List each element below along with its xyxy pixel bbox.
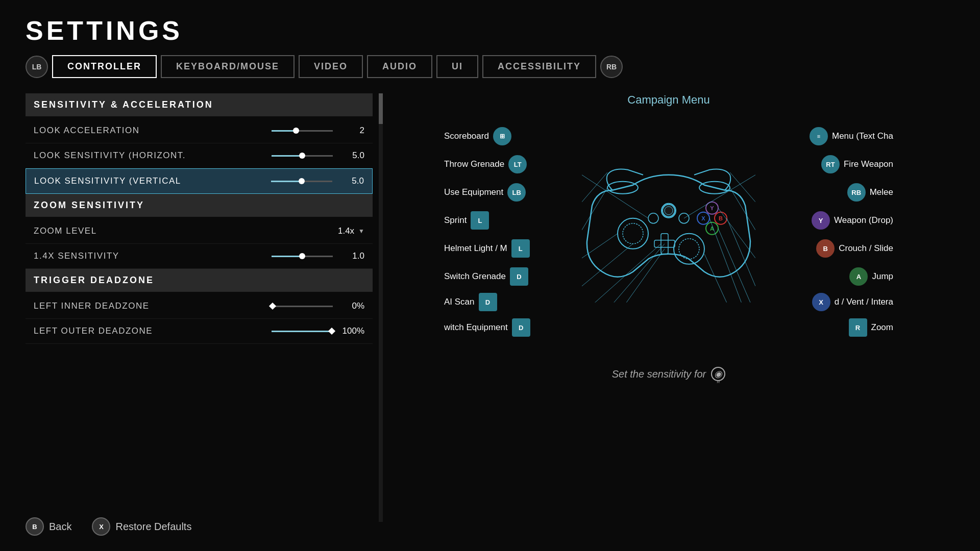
label-text-ai-scan: AI Scan xyxy=(444,297,475,307)
scrollbar-thumb[interactable] xyxy=(379,93,383,124)
slider-look-accel[interactable]: 2 xyxy=(272,126,364,136)
label-text-zoom: Zoom xyxy=(871,322,893,333)
slider-track-left-inner xyxy=(272,306,333,307)
label-text-switch-equipment: witch Equipment xyxy=(444,322,508,333)
slider-left-inner[interactable]: 0% xyxy=(272,301,364,311)
svg-line-25 xyxy=(582,244,633,286)
slider-value-14x: 1.0 xyxy=(339,251,364,261)
label-text-use-equipment: Use Equipment xyxy=(444,187,503,197)
left-bumper[interactable]: LB xyxy=(26,56,48,78)
slider-fill-look-accel xyxy=(272,130,296,132)
setting-14x-sensitivity[interactable]: 1.4X SENSITIVITY 1.0 xyxy=(26,244,373,269)
section-header-sensitivity: SENSITIVITY & ACCELERATION xyxy=(26,93,373,116)
tab-audio[interactable]: AUDIO xyxy=(367,55,432,78)
right-stick-icon: ◉ R xyxy=(711,367,725,381)
content-area: SENSITIVITY & ACCELERATION LOOK ACCELERA… xyxy=(26,93,954,522)
slider-thumb-left-outer[interactable] xyxy=(328,328,335,335)
left-panel: SENSITIVITY & ACCELERATION LOOK ACCELERA… xyxy=(26,93,383,522)
slider-left-outer[interactable]: 100% xyxy=(272,326,364,336)
slider-track-14x xyxy=(272,256,333,257)
slider-value-look-v: 5.0 xyxy=(338,176,364,186)
badge-lt: LT xyxy=(508,155,527,173)
slider-thumb-look-accel[interactable] xyxy=(293,128,299,134)
label-text-scoreboard: Scoreboard xyxy=(444,131,489,141)
badge-lb: LB xyxy=(507,183,526,202)
label-zoom: R Zoom xyxy=(849,318,893,337)
settings-list: SENSITIVITY & ACCELERATION LOOK ACCELERA… xyxy=(26,93,383,344)
slider-look-v[interactable]: 5.0 xyxy=(271,176,364,186)
label-throw-grenade: Throw Grenade LT xyxy=(444,155,527,173)
controller-svg-container: Y B A X xyxy=(582,160,755,305)
slider-thumb-look-v[interactable] xyxy=(299,178,305,184)
controller-svg: Y B A X xyxy=(582,160,755,303)
dropdown-arrow-zoom: ▼ xyxy=(358,228,364,235)
label-fire-weapon: RT Fire Weapon xyxy=(821,155,893,173)
label-text-throw-grenade: Throw Grenade xyxy=(444,159,504,169)
svg-point-2 xyxy=(618,218,648,249)
controller-diagram: Scoreboard ⊞ Throw Grenade LT Use Equipm… xyxy=(439,117,898,362)
tab-keyboard-mouse[interactable]: KEYBOARD/MOUSE xyxy=(161,55,295,78)
label-text-sprint: Sprint xyxy=(444,215,467,226)
setting-look-h[interactable]: LOOK SENSITIVITY (HORIZONT. 5.0 xyxy=(26,143,373,168)
right-bumper[interactable]: RB xyxy=(600,56,623,78)
back-button-group[interactable]: B Back xyxy=(26,517,71,536)
setting-look-v[interactable]: LOOK SENSITIVITY (VERTICAL 5.0 xyxy=(26,168,373,194)
section-header-zoom: ZOOM SENSITIVITY xyxy=(26,194,373,217)
badge-y: Y xyxy=(812,211,830,230)
setting-label-look-h: LOOK SENSITIVITY (HORIZONT. xyxy=(34,151,272,161)
tab-controller[interactable]: CONTROLLER xyxy=(52,55,157,78)
restore-defaults-button-group[interactable]: X Restore Defaults xyxy=(92,517,191,536)
label-text-jump: Jump xyxy=(872,271,893,282)
back-button-label: Back xyxy=(49,521,71,533)
setting-left-inner[interactable]: LEFT INNER DEADZONE 0% xyxy=(26,294,373,319)
svg-line-30 xyxy=(730,172,755,202)
slider-thumb-look-h[interactable] xyxy=(299,153,305,159)
slider-track-left-outer xyxy=(272,331,333,332)
slider-14x[interactable]: 1.0 xyxy=(272,251,364,261)
label-text-melee: Melee xyxy=(870,187,893,197)
slider-value-look-h: 5.0 xyxy=(339,151,364,161)
page-title: SETTINGS xyxy=(26,15,954,46)
svg-text:B: B xyxy=(719,215,723,221)
tabs-row: LB CONTROLLER KEYBOARD/MOUSE VIDEO AUDIO… xyxy=(26,55,954,78)
label-weapon-drop: Y Weapon (Drop) xyxy=(812,211,893,230)
slider-fill-left-outer xyxy=(272,331,332,332)
badge-a: A xyxy=(849,267,868,286)
svg-text:Y: Y xyxy=(710,205,714,211)
scrollbar[interactable] xyxy=(379,93,383,522)
svg-point-5 xyxy=(679,239,699,259)
label-text-helmet-light: Helmet Light / M xyxy=(444,243,507,254)
label-sprint: Sprint L xyxy=(444,211,489,230)
dropdown-zoom-level[interactable]: 1.4x ▼ xyxy=(338,226,364,236)
setting-zoom-level[interactable]: ZOOM LEVEL 1.4x ▼ xyxy=(26,219,373,244)
svg-line-32 xyxy=(718,208,755,258)
right-panel: Campaign Menu Scoreboard ⊞ Throw Grenade… xyxy=(383,93,954,522)
setting-label-look-v: LOOK SENSITIVITY (VERTICAL xyxy=(34,176,271,186)
label-text-weapon-drop: Weapon (Drop) xyxy=(834,215,893,226)
sensitivity-note-text: Set the sensitivity for xyxy=(612,368,706,380)
slider-fill-14x xyxy=(272,256,302,257)
settings-container: SETTINGS LB CONTROLLER KEYBOARD/MOUSE VI… xyxy=(0,0,980,551)
tab-ui[interactable]: UI xyxy=(436,55,478,78)
slider-track-look-v xyxy=(271,181,332,182)
slider-thumb-14x[interactable] xyxy=(299,253,305,259)
slider-look-h[interactable]: 5.0 xyxy=(272,151,364,161)
badge-l-sprint: L xyxy=(471,211,489,230)
slider-track-look-h xyxy=(272,155,333,157)
tab-accessibility[interactable]: ACCESSIBILITY xyxy=(482,55,596,78)
label-text-fire-weapon: Fire Weapon xyxy=(844,159,893,169)
setting-left-outer[interactable]: LEFT OUTER DEADZONE 100% xyxy=(26,319,373,344)
badge-d-switch-equipment: D xyxy=(512,318,530,337)
label-crouch-slide: B Crouch / Slide xyxy=(816,239,893,258)
label-menu-text: ≡ Menu (Text Cha xyxy=(810,127,893,145)
back-button-badge[interactable]: B xyxy=(26,517,44,536)
badge-rb: RB xyxy=(847,183,866,202)
slider-track-look-accel xyxy=(272,130,333,132)
tab-video[interactable]: VIDEO xyxy=(299,55,363,78)
svg-line-22 xyxy=(582,172,607,202)
setting-look-acceleration[interactable]: LOOK ACCELERATION 2 xyxy=(26,118,373,143)
restore-button-badge[interactable]: X xyxy=(92,517,110,536)
slider-fill-look-v xyxy=(271,181,302,182)
label-helmet-light: Helmet Light / M L xyxy=(444,239,530,258)
setting-label-14x: 1.4X SENSITIVITY xyxy=(34,251,272,261)
